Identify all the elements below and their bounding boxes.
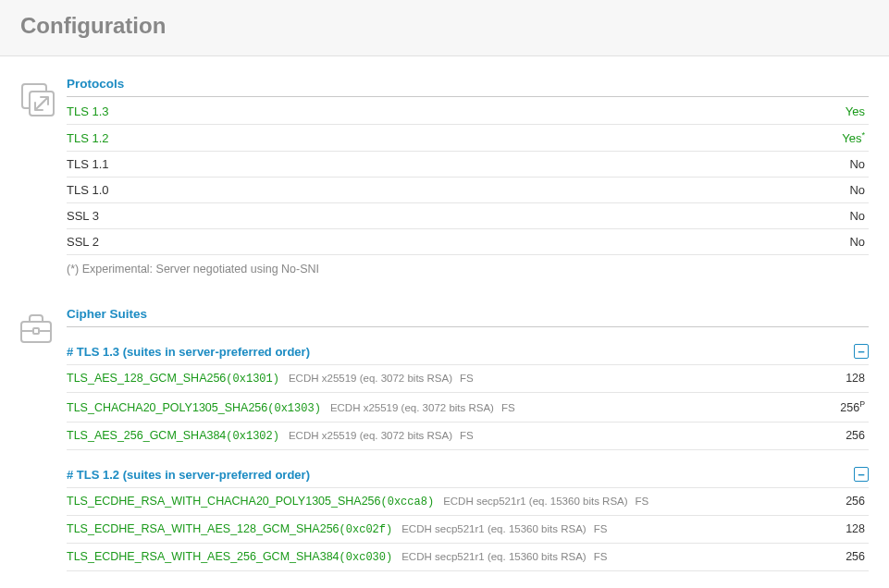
protocols-footnote: (*) Experimental: Server negotiated usin…: [67, 255, 869, 276]
cipher-row: TLS_AES_256_GCM_SHA384 (0x1302)ECDH x255…: [67, 423, 869, 450]
cipher-strength: 256: [846, 429, 865, 442]
cipher-groups: # TLS 1.3 (suites in server-preferred or…: [67, 338, 869, 571]
protocol-value: No: [849, 235, 865, 249]
cipher-forward-secrecy: FS: [594, 523, 608, 534]
protocol-name: TLS 1.1: [67, 157, 109, 171]
cipher-forward-secrecy: FS: [460, 430, 474, 441]
cipher-name: TLS_ECDHE_RSA_WITH_AES_256_GCM_SHA384: [67, 550, 340, 563]
cipher-name: TLS_ECDHE_RSA_WITH_CHACHA20_POLY1305_SHA…: [67, 495, 381, 508]
cipher-name: TLS_CHACHA20_POLY1305_SHA256: [67, 401, 267, 414]
cipher-group-title: # TLS 1.3 (suites in server-preferred or…: [67, 345, 310, 359]
cipher-group-header: # TLS 1.3 (suites in server-preferred or…: [67, 338, 869, 365]
cipher-row: TLS_CHACHA20_POLY1305_SHA256 (0x1303)ECD…: [67, 393, 869, 423]
cipher-strength: 128: [846, 372, 865, 385]
protocol-name: TLS 1.0: [67, 183, 109, 197]
cipher-row: TLS_ECDHE_RSA_WITH_CHACHA20_POLY1305_SHA…: [67, 488, 869, 516]
cipher-strength: 256P: [840, 399, 865, 414]
cipher-key-exchange: ECDH x25519 (eq. 3072 bits RSA): [289, 373, 452, 384]
cipher-key-exchange: ECDH x25519 (eq. 3072 bits RSA): [289, 430, 452, 441]
cipher-forward-secrecy: FS: [636, 496, 649, 507]
cipher-code: (0x1303): [267, 402, 321, 415]
cipher-strength-sup: P: [859, 399, 865, 409]
cipher-suites-heading: Cipher Suites: [67, 307, 869, 327]
collapse-icon[interactable]: −: [854, 344, 869, 359]
protocol-row: TLS 1.1No: [67, 152, 869, 178]
cipher-name: TLS_ECDHE_RSA_WITH_AES_128_GCM_SHA256: [67, 522, 340, 535]
cipher-row: TLS_ECDHE_RSA_WITH_AES_128_GCM_SHA256 (0…: [67, 516, 869, 544]
cipher-code: (0xc02f): [340, 523, 393, 536]
protocols-table: TLS 1.3YesTLS 1.2Yes*TLS 1.1NoTLS 1.0NoS…: [67, 99, 869, 255]
page-title: Configuration: [0, 0, 889, 56]
protocol-row: TLS 1.0No: [67, 178, 869, 203]
cipher-key-exchange: ECDH secp521r1 (eq. 15360 bits RSA): [401, 551, 586, 562]
cipher-name: TLS_AES_128_GCM_SHA256: [67, 372, 226, 385]
cipher-row: TLS_AES_128_GCM_SHA256 (0x1301)ECDH x255…: [67, 365, 869, 393]
protocol-row: TLS 1.2Yes*: [67, 125, 869, 152]
cipher-code: (0x1302): [226, 430, 279, 443]
cipher-group-header: # TLS 1.2 (suites in server-preferred or…: [67, 461, 869, 488]
cipher-forward-secrecy: FS: [460, 373, 474, 384]
protocol-value: Yes: [846, 104, 865, 118]
cipher-name: TLS_AES_256_GCM_SHA384: [67, 429, 226, 442]
protocols-heading: Protocols: [67, 77, 869, 97]
collapse-icon[interactable]: −: [854, 467, 869, 482]
cipher-key-exchange: ECDH secp521r1 (eq. 15360 bits RSA): [401, 523, 586, 534]
expand-icon: [17, 77, 67, 117]
cipher-forward-secrecy: FS: [501, 402, 515, 413]
cipher-suites-section: Cipher Suites # TLS 1.3 (suites in serve…: [0, 276, 889, 571]
briefcase-icon: [17, 307, 67, 348]
cipher-code: (0x1301): [226, 373, 279, 386]
cipher-strength: 256: [846, 550, 865, 563]
protocol-name: SSL 2: [67, 235, 99, 249]
cipher-code: (0xc030): [340, 551, 393, 564]
cipher-row: TLS_ECDHE_RSA_WITH_AES_256_GCM_SHA384 (0…: [67, 544, 869, 571]
cipher-strength: 128: [846, 522, 865, 535]
cipher-key-exchange: ECDH secp521r1 (eq. 15360 bits RSA): [443, 496, 627, 507]
protocol-row: SSL 2No: [67, 229, 869, 255]
protocol-value-sup: *: [861, 130, 865, 140]
protocol-row: SSL 3No: [67, 203, 869, 229]
protocol-row: TLS 1.3Yes: [67, 99, 869, 125]
protocol-value: No: [849, 157, 865, 171]
cipher-group-title: # TLS 1.2 (suites in server-preferred or…: [67, 468, 310, 482]
protocols-section: Protocols TLS 1.3YesTLS 1.2Yes*TLS 1.1No…: [0, 56, 889, 276]
cipher-key-exchange: ECDH x25519 (eq. 3072 bits RSA): [330, 402, 494, 413]
cipher-forward-secrecy: FS: [594, 551, 608, 562]
protocol-value: No: [849, 209, 865, 223]
protocol-value: Yes*: [842, 130, 865, 145]
protocol-name: TLS 1.2: [67, 131, 109, 145]
protocol-name: TLS 1.3: [67, 104, 109, 118]
cipher-strength: 256: [846, 495, 865, 508]
protocol-name: SSL 3: [67, 209, 99, 223]
svg-rect-3: [33, 328, 39, 334]
cipher-code: (0xcca8): [381, 496, 435, 508]
protocol-value: No: [849, 183, 865, 197]
